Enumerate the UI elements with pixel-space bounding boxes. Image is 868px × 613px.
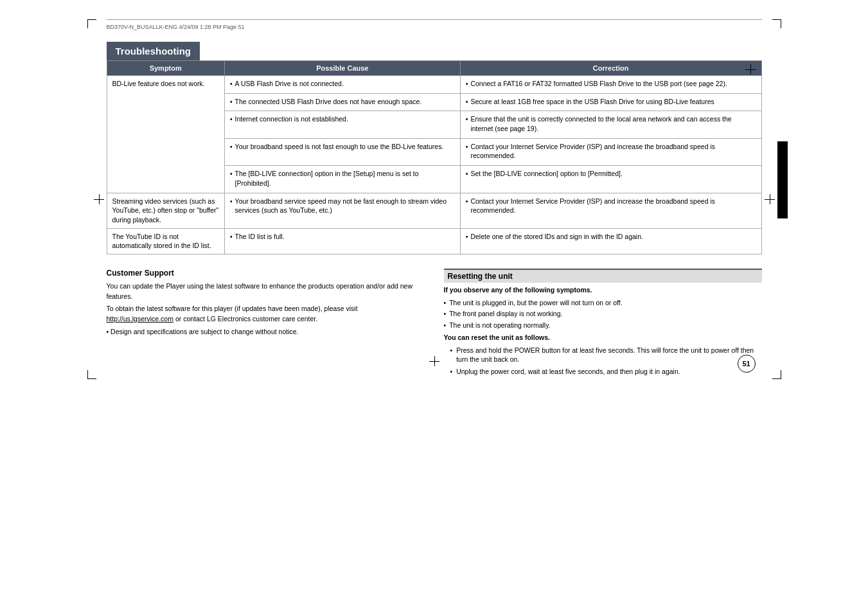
corner-mark-bl bbox=[87, 370, 96, 379]
resetting-section: Resetting the unit If you observe any of… bbox=[444, 269, 762, 379]
correction-text: Delete one of the stored IDs and sign in… bbox=[470, 232, 643, 242]
cause-cell-2-1: Your broadband service speed may not be … bbox=[224, 193, 460, 228]
corner-mark-tr bbox=[772, 19, 781, 28]
symptom-item-3: The unit is not operating normally. bbox=[449, 321, 550, 330]
reset-steps-list: Press and hold the POWER button for at l… bbox=[444, 346, 762, 377]
cause-item: Your broadband service speed may not be … bbox=[230, 197, 455, 215]
cause-item: Your broadband speed is not fast enough … bbox=[230, 142, 455, 152]
table-row: The YouTube ID is not automatically stor… bbox=[107, 228, 761, 254]
cause-text: The [BD-LIVE connection] option in the [… bbox=[235, 169, 455, 188]
cause-cell-1-4: Your broadband speed is not fast enough … bbox=[224, 138, 460, 165]
list-item: The unit is plugged in, but the power wi… bbox=[444, 298, 762, 308]
cause-item: The connected USB Flash Drive does not h… bbox=[230, 97, 455, 107]
corner-mark-br bbox=[772, 370, 781, 379]
correction-item: Connect a FAT16 or FAT32 formatted USB F… bbox=[466, 79, 756, 89]
symptoms-intro: If you observe any of the following symp… bbox=[444, 285, 762, 296]
table-row: Streaming video services (such as YouTub… bbox=[107, 193, 761, 228]
customer-support-para-2: To obtain the latest software for this p… bbox=[107, 304, 425, 324]
crosshair-left bbox=[94, 194, 104, 204]
col-cause: Possible Cause bbox=[224, 61, 460, 76]
cause-text: Internet connection is not established. bbox=[235, 114, 348, 124]
list-item: Press and hold the POWER button for at l… bbox=[444, 346, 762, 364]
correction-cell-2-1: Contact your Internet Service Provider (… bbox=[460, 193, 761, 228]
symptom-text-3: The YouTube ID is not automatically stor… bbox=[112, 233, 211, 250]
cause-item: Internet connection is not established. bbox=[230, 114, 455, 124]
cause-text: Your broadband service speed may not be … bbox=[235, 197, 455, 215]
symptom-text-2: Streaming video services (such as YouTub… bbox=[112, 197, 219, 224]
customer-support-text-1: You can update the Player using the late… bbox=[107, 282, 413, 300]
cause-cell-1-1: A USB Flash Drive is not connected. bbox=[224, 76, 460, 94]
correction-cell-1-5: Set the [BD-LIVE connection] option to [… bbox=[460, 166, 761, 193]
correction-text: Ensure that the unit is correctly connec… bbox=[470, 114, 756, 133]
side-tab bbox=[777, 141, 788, 218]
header-line: BD370V-N_BUSALLK-ENG 4/24/09 1:28 PM Pag… bbox=[107, 19, 762, 30]
reset-step-2: Unplug the power cord, wait at least fiv… bbox=[456, 367, 680, 377]
col-symptom: Symptom bbox=[107, 61, 224, 76]
customer-support-para-3: • Design and specifications are subject … bbox=[107, 327, 425, 337]
resetting-heading: Resetting the unit bbox=[444, 269, 762, 283]
table-row: BD-Live feature does not work. A USB Fla… bbox=[107, 76, 761, 94]
cause-item: The ID list is full. bbox=[230, 232, 455, 242]
symptoms-list: The unit is plugged in, but the power wi… bbox=[444, 298, 762, 330]
crosshair-right bbox=[765, 194, 775, 204]
cause-cell-1-5: The [BD-LIVE connection] option in the [… bbox=[224, 166, 460, 193]
customer-support-para-1: You can update the Player using the late… bbox=[107, 281, 425, 302]
symptom-item-1: The unit is plugged in, but the power wi… bbox=[449, 298, 622, 308]
header-text: BD370V-N_BUSALLK-ENG 4/24/09 1:28 PM Pag… bbox=[107, 24, 245, 30]
correction-cell-1-4: Contact your Internet Service Provider (… bbox=[460, 138, 761, 165]
page-number: 51 bbox=[738, 355, 756, 373]
cause-text: Your broadband speed is not fast enough … bbox=[235, 142, 444, 152]
list-item: The unit is not operating normally. bbox=[444, 321, 762, 330]
correction-text: Connect a FAT16 or FAT32 formatted USB F… bbox=[470, 79, 727, 89]
correction-cell-3-1: Delete one of the stored IDs and sign in… bbox=[460, 228, 761, 254]
correction-text: Secure at least 1GB free space in the US… bbox=[470, 97, 714, 107]
correction-cell-1-3: Ensure that the unit is correctly connec… bbox=[460, 111, 761, 138]
col-correction: Correction bbox=[460, 61, 761, 76]
correction-text: Contact your Internet Service Provider (… bbox=[470, 142, 756, 161]
cause-text: A USB Flash Drive is not connected. bbox=[235, 79, 344, 89]
section-title: Troubleshooting bbox=[107, 42, 200, 60]
correction-text: Contact your Internet Service Provider (… bbox=[470, 197, 756, 215]
correction-item: Set the [BD-LIVE connection] option to [… bbox=[466, 169, 756, 179]
lg-service-link[interactable]: http://us.lgservice.com bbox=[107, 315, 173, 323]
correction-item: Secure at least 1GB free space in the US… bbox=[466, 97, 756, 107]
correction-item: Contact your Internet Service Provider (… bbox=[466, 197, 756, 215]
correction-cell-1-2: Secure at least 1GB free space in the US… bbox=[460, 93, 761, 111]
cause-cell-1-2: The connected USB Flash Drive does not h… bbox=[224, 93, 460, 111]
table-header-row: Symptom Possible Cause Correction bbox=[107, 61, 761, 76]
customer-support-section: Customer Support You can update the Play… bbox=[107, 269, 425, 379]
cause-text: The connected USB Flash Drive does not h… bbox=[235, 97, 422, 107]
list-item: The front panel display is not working. bbox=[444, 309, 762, 319]
cause-cell-3-1: The ID list is full. bbox=[224, 228, 460, 254]
correction-text: Set the [BD-LIVE connection] option to [… bbox=[470, 169, 622, 179]
reset-intro: You can reset the unit as follows. bbox=[444, 333, 762, 343]
correction-item: Ensure that the unit is correctly connec… bbox=[466, 114, 756, 133]
list-item: Unplug the power cord, wait at least fiv… bbox=[444, 367, 762, 377]
symptom-text-1: BD-Live feature does not work. bbox=[112, 80, 205, 87]
correction-item: Delete one of the stored IDs and sign in… bbox=[466, 232, 756, 242]
symptom-cell-2: Streaming video services (such as YouTub… bbox=[107, 193, 224, 228]
symptom-cell-3: The YouTube ID is not automatically stor… bbox=[107, 228, 224, 254]
corner-mark-tl bbox=[87, 19, 96, 28]
correction-item: Contact your Internet Service Provider (… bbox=[466, 142, 756, 161]
cause-item: The [BD-LIVE connection] option in the [… bbox=[230, 169, 455, 188]
correction-cell-1-1: Connect a FAT16 or FAT32 formatted USB F… bbox=[460, 76, 761, 94]
troubleshooting-table: Symptom Possible Cause Correction BD-Liv… bbox=[107, 60, 762, 254]
reset-step-1: Press and hold the POWER button for at l… bbox=[456, 346, 761, 364]
customer-support-heading: Customer Support bbox=[107, 269, 425, 278]
cause-item: A USB Flash Drive is not connected. bbox=[230, 79, 455, 89]
troubleshooting-section: Troubleshooting Symptom Possible Cause C… bbox=[107, 42, 762, 254]
cause-cell-1-3: Internet connection is not established. bbox=[224, 111, 460, 138]
customer-support-text-3: • Design and specifications are subject … bbox=[107, 328, 299, 335]
cause-text: The ID list is full. bbox=[235, 232, 285, 242]
crosshair-top-right bbox=[745, 64, 756, 75]
crosshair-bottom bbox=[429, 356, 439, 366]
symptom-item-2: The front panel display is not working. bbox=[449, 309, 562, 319]
symptom-cell-1: BD-Live feature does not work. bbox=[107, 76, 224, 193]
